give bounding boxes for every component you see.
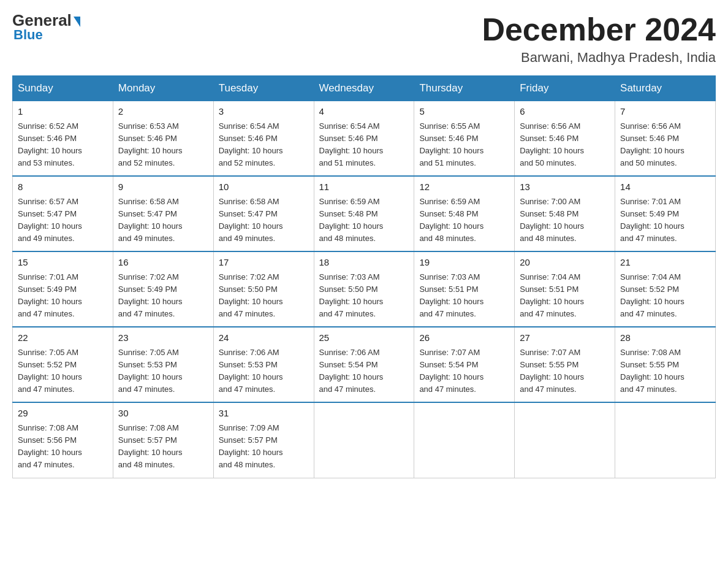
calendar-cell: 5Sunrise: 6:55 AMSunset: 5:46 PMDaylight…	[414, 101, 515, 177]
day-number: 21	[620, 256, 710, 270]
calendar-subtitle: Barwani, Madhya Pradesh, India	[482, 50, 716, 66]
header-friday: Friday	[515, 76, 615, 101]
day-number: 27	[520, 331, 610, 345]
logo-main: General	[12, 12, 80, 28]
day-info: Sunrise: 6:55 AMSunset: 5:46 PMDaylight:…	[419, 121, 483, 167]
calendar-cell: 3Sunrise: 6:54 AMSunset: 5:46 PMDaylight…	[213, 101, 314, 177]
calendar-cell: 13Sunrise: 7:00 AMSunset: 5:48 PMDayligh…	[515, 176, 615, 251]
day-number: 16	[118, 256, 208, 270]
calendar-header-row: Sunday Monday Tuesday Wednesday Thursday…	[13, 76, 716, 101]
calendar-cell: 4Sunrise: 6:54 AMSunset: 5:46 PMDaylight…	[314, 101, 414, 177]
header-monday: Monday	[113, 76, 213, 101]
day-number: 28	[620, 331, 710, 345]
title-area: December 2024 Barwani, Madhya Pradesh, I…	[482, 12, 716, 66]
day-info: Sunrise: 6:53 AMSunset: 5:46 PMDaylight:…	[118, 121, 183, 167]
day-number: 14	[620, 180, 710, 194]
day-info: Sunrise: 7:05 AMSunset: 5:53 PMDaylight:…	[118, 348, 183, 394]
day-info: Sunrise: 7:04 AMSunset: 5:51 PMDaylight:…	[520, 272, 584, 318]
day-info: Sunrise: 6:56 AMSunset: 5:46 PMDaylight:…	[620, 121, 684, 167]
calendar-cell: 11Sunrise: 6:59 AMSunset: 5:48 PMDayligh…	[314, 176, 414, 251]
day-number: 6	[520, 105, 610, 119]
day-info: Sunrise: 6:58 AMSunset: 5:47 PMDaylight:…	[219, 197, 283, 243]
calendar-title: December 2024	[482, 12, 716, 47]
day-number: 20	[520, 256, 610, 270]
calendar-cell: 8Sunrise: 6:57 AMSunset: 5:47 PMDaylight…	[13, 176, 113, 251]
day-number: 18	[319, 256, 409, 270]
calendar-cell: 20Sunrise: 7:04 AMSunset: 5:51 PMDayligh…	[515, 251, 615, 327]
day-info: Sunrise: 6:56 AMSunset: 5:46 PMDaylight:…	[520, 121, 584, 167]
day-info: Sunrise: 6:54 AMSunset: 5:46 PMDaylight:…	[319, 121, 384, 167]
day-info: Sunrise: 7:07 AMSunset: 5:55 PMDaylight:…	[520, 348, 584, 394]
day-info: Sunrise: 6:54 AMSunset: 5:46 PMDaylight:…	[219, 121, 283, 167]
day-info: Sunrise: 6:59 AMSunset: 5:48 PMDaylight:…	[319, 197, 384, 243]
day-number: 3	[219, 105, 309, 119]
day-info: Sunrise: 6:58 AMSunset: 5:47 PMDaylight:…	[118, 197, 183, 243]
day-number: 8	[18, 180, 108, 194]
calendar-cell	[314, 402, 414, 478]
day-info: Sunrise: 7:03 AMSunset: 5:51 PMDaylight:…	[419, 272, 483, 318]
day-info: Sunrise: 7:00 AMSunset: 5:48 PMDaylight:…	[520, 197, 584, 243]
day-number: 26	[419, 331, 509, 345]
calendar-cell: 12Sunrise: 6:59 AMSunset: 5:48 PMDayligh…	[414, 176, 515, 251]
calendar-cell: 22Sunrise: 7:05 AMSunset: 5:52 PMDayligh…	[13, 327, 113, 402]
day-number: 30	[118, 407, 208, 421]
day-number: 22	[18, 331, 108, 345]
day-number: 7	[620, 105, 710, 119]
calendar-cell: 28Sunrise: 7:08 AMSunset: 5:55 PMDayligh…	[615, 327, 716, 402]
header-tuesday: Tuesday	[213, 76, 314, 101]
day-number: 15	[18, 256, 108, 270]
header-sunday: Sunday	[13, 76, 113, 101]
day-info: Sunrise: 6:52 AMSunset: 5:46 PMDaylight:…	[18, 121, 82, 167]
week-row-3: 15Sunrise: 7:01 AMSunset: 5:49 PMDayligh…	[13, 251, 716, 327]
day-info: Sunrise: 7:02 AMSunset: 5:50 PMDaylight:…	[219, 272, 283, 318]
calendar-cell	[414, 402, 515, 478]
calendar-cell: 18Sunrise: 7:03 AMSunset: 5:50 PMDayligh…	[314, 251, 414, 327]
day-info: Sunrise: 7:06 AMSunset: 5:54 PMDaylight:…	[319, 348, 384, 394]
week-row-4: 22Sunrise: 7:05 AMSunset: 5:52 PMDayligh…	[13, 327, 716, 402]
calendar-cell: 16Sunrise: 7:02 AMSunset: 5:49 PMDayligh…	[113, 251, 213, 327]
day-number: 1	[18, 105, 108, 119]
day-number: 11	[319, 180, 409, 194]
day-info: Sunrise: 7:06 AMSunset: 5:53 PMDaylight:…	[219, 348, 283, 394]
page-header: General Blue December 2024 Barwani, Madh…	[12, 12, 716, 66]
day-number: 13	[520, 180, 610, 194]
day-info: Sunrise: 7:01 AMSunset: 5:49 PMDaylight:…	[620, 197, 684, 243]
calendar-cell: 6Sunrise: 6:56 AMSunset: 5:46 PMDaylight…	[515, 101, 615, 177]
calendar-cell: 15Sunrise: 7:01 AMSunset: 5:49 PMDayligh…	[13, 251, 113, 327]
day-info: Sunrise: 6:57 AMSunset: 5:47 PMDaylight:…	[18, 197, 82, 243]
calendar-cell: 24Sunrise: 7:06 AMSunset: 5:53 PMDayligh…	[213, 327, 314, 402]
day-info: Sunrise: 7:08 AMSunset: 5:56 PMDaylight:…	[18, 423, 82, 469]
day-number: 19	[419, 256, 509, 270]
calendar-cell: 19Sunrise: 7:03 AMSunset: 5:51 PMDayligh…	[414, 251, 515, 327]
day-info: Sunrise: 7:03 AMSunset: 5:50 PMDaylight:…	[319, 272, 384, 318]
week-row-1: 1Sunrise: 6:52 AMSunset: 5:46 PMDaylight…	[13, 101, 716, 177]
day-number: 29	[18, 407, 108, 421]
day-number: 23	[118, 331, 208, 345]
day-info: Sunrise: 7:04 AMSunset: 5:52 PMDaylight:…	[620, 272, 684, 318]
week-row-2: 8Sunrise: 6:57 AMSunset: 5:47 PMDaylight…	[13, 176, 716, 251]
day-number: 31	[219, 407, 309, 421]
day-number: 2	[118, 105, 208, 119]
day-info: Sunrise: 7:09 AMSunset: 5:57 PMDaylight:…	[219, 423, 283, 469]
calendar-cell: 14Sunrise: 7:01 AMSunset: 5:49 PMDayligh…	[615, 176, 716, 251]
day-number: 9	[118, 180, 208, 194]
logo: General Blue	[12, 12, 80, 43]
calendar-cell: 21Sunrise: 7:04 AMSunset: 5:52 PMDayligh…	[615, 251, 716, 327]
day-info: Sunrise: 7:08 AMSunset: 5:57 PMDaylight:…	[118, 423, 183, 469]
calendar-cell: 7Sunrise: 6:56 AMSunset: 5:46 PMDaylight…	[615, 101, 716, 177]
header-saturday: Saturday	[615, 76, 716, 101]
header-thursday: Thursday	[414, 76, 515, 101]
calendar-cell: 27Sunrise: 7:07 AMSunset: 5:55 PMDayligh…	[515, 327, 615, 402]
day-info: Sunrise: 7:08 AMSunset: 5:55 PMDaylight:…	[620, 348, 684, 394]
calendar-cell: 10Sunrise: 6:58 AMSunset: 5:47 PMDayligh…	[213, 176, 314, 251]
day-number: 5	[419, 105, 509, 119]
day-number: 25	[319, 331, 409, 345]
day-info: Sunrise: 7:01 AMSunset: 5:49 PMDaylight:…	[18, 272, 82, 318]
day-number: 24	[219, 331, 309, 345]
week-row-5: 29Sunrise: 7:08 AMSunset: 5:56 PMDayligh…	[13, 402, 716, 478]
calendar-cell: 30Sunrise: 7:08 AMSunset: 5:57 PMDayligh…	[113, 402, 213, 478]
calendar-cell: 9Sunrise: 6:58 AMSunset: 5:47 PMDaylight…	[113, 176, 213, 251]
calendar-cell	[515, 402, 615, 478]
calendar-cell: 2Sunrise: 6:53 AMSunset: 5:46 PMDaylight…	[113, 101, 213, 177]
calendar-cell: 1Sunrise: 6:52 AMSunset: 5:46 PMDaylight…	[13, 101, 113, 177]
